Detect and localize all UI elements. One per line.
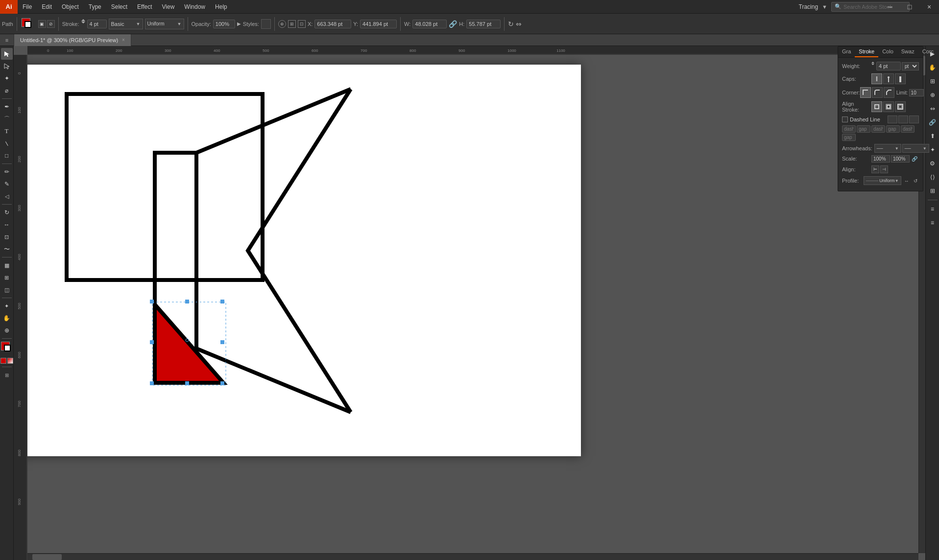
- arrowhead-start-select[interactable]: ── ▼: [874, 144, 901, 153]
- gap-1[interactable]: [857, 125, 870, 133]
- stroke-profile-control[interactable]: Uniform ▼: [145, 19, 184, 29]
- square-cap-button[interactable]: [895, 73, 906, 84]
- stroke-weight-control[interactable]: 4 pt: [81, 19, 107, 29]
- miter-corner-button[interactable]: [860, 87, 871, 98]
- warp-tool[interactable]: 〜: [1, 243, 13, 255]
- weight-unit-select[interactable]: pt px: [902, 62, 919, 70]
- pencil-tool[interactable]: ✎: [1, 178, 13, 190]
- selection-tool[interactable]: [1, 48, 13, 60]
- styles-swatch[interactable]: [261, 19, 271, 29]
- restore-button[interactable]: □: [900, 0, 919, 14]
- solid-color-button[interactable]: [0, 358, 6, 364]
- rotate-icon[interactable]: ↻: [508, 20, 514, 28]
- opacity-expand[interactable]: ▶: [237, 21, 241, 26]
- menu-window[interactable]: Window: [179, 0, 210, 14]
- pen-tool[interactable]: ✒: [1, 101, 13, 113]
- profile-flip-button[interactable]: ↔: [903, 177, 910, 185]
- background-color[interactable]: [4, 345, 11, 351]
- eyedropper-tool[interactable]: ✦: [1, 300, 13, 312]
- horizontal-scroll-thumb[interactable]: [32, 554, 62, 560]
- dashed-type-3[interactable]: [909, 116, 919, 123]
- artboard-tool[interactable]: ⊞: [1, 272, 13, 283]
- align-center-button[interactable]: [871, 101, 882, 112]
- close-button[interactable]: ×: [919, 0, 939, 14]
- align-ends-2[interactable]: ⊣: [880, 165, 888, 173]
- menu-effect[interactable]: Effect: [132, 0, 157, 14]
- weight-control[interactable]: pt px: [871, 62, 919, 70]
- panel-right-1[interactable]: ≡: [927, 203, 939, 215]
- dash-1[interactable]: [842, 125, 856, 133]
- arrowhead-end-select[interactable]: ── ▼: [902, 144, 929, 153]
- grid-button[interactable]: ⊞: [927, 185, 939, 197]
- link-right-button[interactable]: 🔗: [927, 117, 939, 128]
- butt-cap-button[interactable]: [871, 73, 882, 84]
- menu-object[interactable]: Object: [57, 0, 84, 14]
- fill-stroke-swatches[interactable]: [21, 17, 34, 31]
- slice-tool[interactable]: ◫: [1, 284, 13, 296]
- scale-tool[interactable]: ⊡: [1, 231, 13, 243]
- scale-link-button[interactable]: 🔗: [911, 155, 918, 163]
- dash-3[interactable]: [901, 125, 915, 133]
- zoom-tool[interactable]: ⊕: [1, 325, 13, 336]
- dashed-checkbox[interactable]: [842, 117, 848, 122]
- stroke-weight-input[interactable]: 4 pt: [87, 20, 107, 28]
- round-cap-button[interactable]: [883, 73, 894, 84]
- w-input[interactable]: [412, 20, 447, 28]
- local-icon[interactable]: ⊡: [298, 20, 306, 28]
- magic-wand-tool[interactable]: ✦: [1, 72, 13, 84]
- minimize-button[interactable]: ─: [880, 0, 900, 14]
- stroke-type-control[interactable]: Basic ▼: [109, 19, 143, 29]
- reflect-tool[interactable]: ↔: [1, 219, 13, 231]
- gradient-button[interactable]: [7, 358, 13, 364]
- lasso-tool[interactable]: ⌀: [1, 85, 13, 96]
- menu-type[interactable]: Type: [84, 0, 106, 14]
- dashed-type-2[interactable]: [898, 116, 908, 123]
- align-inside-button[interactable]: [883, 101, 894, 112]
- canvas-area[interactable]: 0 100 200 300 400 500 600 700 800 900 10…: [14, 46, 925, 560]
- stroke-swatch[interactable]: [24, 21, 31, 28]
- menu-help[interactable]: Help: [210, 0, 232, 14]
- eraser-tool[interactable]: ◁: [1, 190, 13, 202]
- tracing-dropdown-icon[interactable]: ▼: [822, 4, 827, 10]
- opacity-input[interactable]: [213, 20, 235, 28]
- dash-2[interactable]: [871, 125, 885, 133]
- stroke-weight-spinner[interactable]: [81, 19, 86, 29]
- rect-tool[interactable]: □: [1, 150, 13, 162]
- reflect-icon[interactable]: ⇔: [516, 20, 522, 28]
- weight-up-icon[interactable]: [871, 62, 874, 63]
- direct-selection-tool[interactable]: [1, 60, 13, 72]
- transform-icon[interactable]: ⊞: [288, 20, 296, 28]
- chain-link-icon[interactable]: 🔗: [449, 20, 457, 28]
- menu-view[interactable]: View: [157, 0, 180, 14]
- round-corner-button[interactable]: [872, 87, 883, 98]
- line-tool[interactable]: /: [1, 138, 13, 149]
- rotate-tool[interactable]: ↻: [1, 207, 13, 218]
- weight-input[interactable]: [876, 62, 901, 70]
- limit-input[interactable]: [909, 89, 924, 96]
- curvature-tool[interactable]: ⌒: [1, 113, 13, 125]
- globe-button[interactable]: ⊕: [927, 89, 939, 101]
- align-ends-1[interactable]: ⊢: [871, 165, 879, 173]
- menu-select[interactable]: Select: [106, 0, 132, 14]
- settings-button[interactable]: ⚙: [927, 158, 939, 169]
- y-input[interactable]: [360, 20, 397, 28]
- stroke-profile-select[interactable]: Uniform ▼: [145, 19, 184, 29]
- artwork-canvas[interactable]: [27, 65, 556, 446]
- arrange-mode-button[interactable]: ⊞: [1, 369, 13, 381]
- type-tool[interactable]: T: [1, 125, 13, 137]
- dashed-type-1[interactable]: [888, 116, 897, 123]
- code-button[interactable]: ⟨⟩: [927, 171, 939, 183]
- spinner-down-icon[interactable]: [81, 22, 85, 23]
- gap-3[interactable]: [842, 134, 856, 141]
- weight-spinner[interactable]: [871, 62, 875, 70]
- panel-tab-more[interactable]: Corc: [918, 47, 938, 57]
- panel-tab-color[interactable]: Colo: [878, 47, 897, 57]
- scale-start-input[interactable]: 100%: [871, 155, 890, 163]
- canvas-viewport[interactable]: [27, 55, 925, 560]
- weight-down-icon[interactable]: [871, 64, 874, 65]
- no-fill-icon[interactable]: ⊘: [47, 20, 55, 28]
- stroke-color-icon[interactable]: ▣: [38, 20, 46, 28]
- profile-reset-button[interactable]: ↺: [912, 177, 919, 185]
- global-icon[interactable]: ⊕: [278, 20, 286, 28]
- stroke-type-select[interactable]: Basic ▼: [109, 19, 143, 29]
